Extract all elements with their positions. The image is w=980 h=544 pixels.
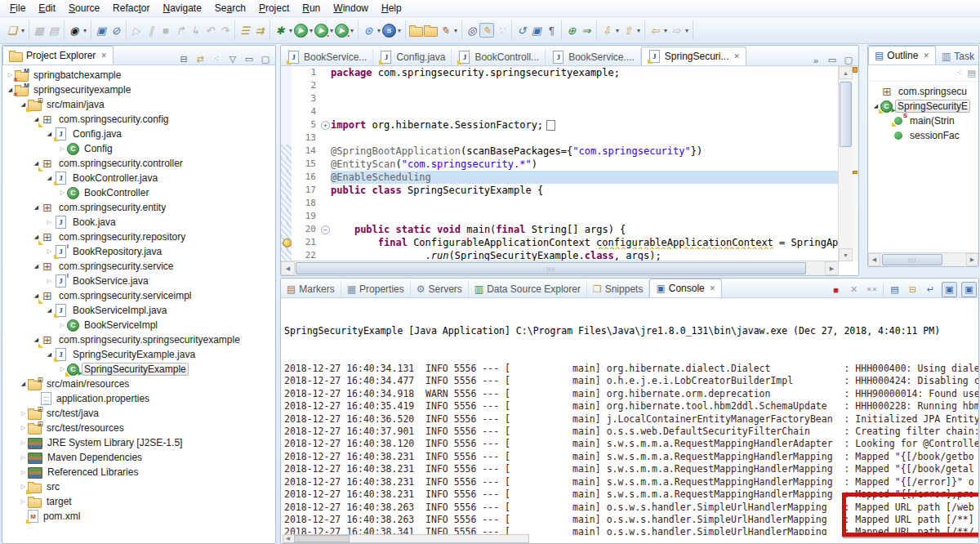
tab-snippets[interactable]: ❒Snippets <box>587 280 649 297</box>
menu-search[interactable]: Search <box>208 1 252 16</box>
expander-collapsed-icon[interactable]: ▷ <box>19 425 28 431</box>
tree-item[interactable]: ◢BookController.java <box>2 171 275 185</box>
web-service-button[interactable]: S <box>382 24 396 38</box>
expander-collapsed-icon[interactable]: ▷ <box>19 439 28 446</box>
last-edit-location-button[interactable]: ↺ <box>514 23 529 38</box>
forward-button[interactable]: ⇨ <box>669 23 684 38</box>
code-line[interactable]: 18 <box>281 197 839 210</box>
previous-annotation-button[interactable]: ⇧ <box>621 23 635 38</box>
tree-item[interactable]: ◢Config.java <box>2 127 275 141</box>
run-to-line-button[interactable]: ⇉ <box>252 23 267 38</box>
scroll-thumb[interactable]: |||| <box>296 262 806 274</box>
open-console-button[interactable]: ▣ <box>94 23 109 38</box>
open-resource-button[interactable] <box>423 23 438 38</box>
expander-expanded-icon[interactable]: ◢ <box>32 234 41 240</box>
expander-expanded-icon[interactable]: ◢ <box>32 160 41 167</box>
tree-item[interactable]: ▷BookServiceImpl <box>2 318 275 332</box>
tree-item[interactable]: ▷Config <box>2 141 275 156</box>
dropdown-arrow-icon[interactable]: ▾ <box>684 27 690 34</box>
dropdown-arrow-icon[interactable]: ▾ <box>287 27 294 34</box>
tab-project-explorer[interactable]: Project Explorer ✕ <box>2 46 114 65</box>
scroll-down-arrow[interactable]: ▼ <box>839 248 853 261</box>
new-wizard-button[interactable]: ⊛ <box>361 23 376 38</box>
scroll-left-arrow[interactable]: ◀ <box>868 253 880 266</box>
maximize-icon[interactable]: ▢ <box>843 55 854 65</box>
tree-item[interactable]: ▷target <box>2 494 275 509</box>
tree-item[interactable]: ◢src/main/resources <box>2 377 275 391</box>
display-selected-console-button[interactable]: ▣ <box>961 282 977 297</box>
debug-button[interactable]: ✱ <box>273 23 287 38</box>
scroll-thumb[interactable] <box>294 535 350 542</box>
code-line[interactable]: 22 .run(SpringSecurityExample.class, arg… <box>281 249 839 261</box>
expander-collapsed-icon[interactable]: ▷ <box>45 278 54 284</box>
tab-console[interactable]: ▣Console✕ <box>649 279 722 297</box>
dropdown-arrow-icon[interactable]: ▾ <box>349 27 355 34</box>
tree-item[interactable]: pom.xml <box>2 509 275 524</box>
tree-item[interactable]: ▷BookService.java <box>2 274 275 288</box>
code-line[interactable]: 15@EntityScan("com.springsecurity.*") <box>281 158 839 171</box>
skip-breakpoints-button[interactable]: ⊘ <box>109 23 123 38</box>
warning-marker[interactable] <box>853 171 858 174</box>
tree-item[interactable]: ◢com.springsecurity.springsecurityexampl… <box>2 332 275 347</box>
menu-window[interactable]: Window <box>327 1 375 16</box>
view-menu-extra-icon[interactable]: ⁖ <box>211 54 222 65</box>
code-line[interactable]: 4 <box>281 105 839 118</box>
tree-item[interactable]: ◢✕springsecurityexample <box>2 82 275 97</box>
show-source-button[interactable]: ▣ <box>529 23 544 38</box>
show-more-tabs-icon[interactable]: » <box>810 56 822 65</box>
code-line[interactable]: 16@EnableScheduling <box>281 171 839 184</box>
expander-expanded-icon[interactable]: ◢ <box>32 292 41 299</box>
tree-item[interactable]: com.springsecu <box>868 84 978 99</box>
marker-pen-button[interactable]: ✎ <box>438 23 452 38</box>
scroll-right-arrow[interactable]: ▶ <box>966 253 978 266</box>
back-button[interactable]: ⇦ <box>648 23 662 38</box>
tree-item[interactable]: ▷SpringSecurityExample <box>2 362 275 377</box>
terminate-button[interactable]: ■ <box>829 283 843 297</box>
tree-item[interactable]: ▷src/test/java <box>2 406 275 421</box>
resume-button[interactable]: ▷ <box>129 23 144 38</box>
dropdown-arrow-icon[interactable]: ▾ <box>396 27 403 34</box>
tree-item[interactable]: ▷Referenced Libraries <box>2 465 275 479</box>
collapse-all-icon[interactable]: ⊟ <box>178 54 189 65</box>
tree-item[interactable]: ◢SpringSecurityExample.java <box>2 347 275 362</box>
tree-item[interactable]: main(Strin <box>868 114 978 128</box>
minimize-icon[interactable]: ▭ <box>826 55 838 65</box>
tree-item[interactable]: sessionFac <box>868 128 978 143</box>
tree-item[interactable]: ◢BookServiceImpl.java <box>2 303 275 318</box>
tab-data-source-explorer[interactable]: ▥Data Source Explorer <box>469 280 587 297</box>
expander-expanded-icon[interactable]: ◢ <box>32 204 41 211</box>
console-horizontal-scrollbar[interactable]: ◀ <box>283 534 529 543</box>
step-return-button[interactable]: ↶ <box>203 23 217 38</box>
dropdown-arrow-icon[interactable]: ▾ <box>614 27 621 34</box>
code-editor[interactable]: 1package com.springsecurity.springsecuri… <box>281 66 839 261</box>
close-icon[interactable]: ✕ <box>734 52 741 60</box>
remove-launch-button[interactable]: ✕ <box>847 283 861 297</box>
menu-source[interactable]: Source <box>62 1 106 16</box>
word-wrap-button[interactable]: ↵ <box>924 283 938 297</box>
show-whitespace-button[interactable]: ¶ <box>544 23 559 38</box>
scroll-right-arrow[interactable]: ▶ <box>825 261 839 275</box>
terminate-button[interactable]: ■ <box>158 23 173 38</box>
dim-marks-button[interactable]: ∵ <box>494 23 509 38</box>
menu-run[interactable]: Run <box>296 1 327 16</box>
scroll-left-arrow[interactable]: ◀ <box>281 261 295 275</box>
view-menu-icon[interactable]: ▽ <box>227 54 238 65</box>
close-icon[interactable]: ✕ <box>100 51 107 60</box>
code-line[interactable]: 14@SpringBootApplication(scanBasePackage… <box>281 145 839 158</box>
quickfix-bulb-icon[interactable] <box>283 239 292 247</box>
dropdown-arrow-icon[interactable]: ▾ <box>328 27 335 34</box>
expander-collapsed-icon[interactable]: ▷ <box>58 322 67 328</box>
tree-item[interactable]: ◢com.springsecurity.repository <box>2 230 275 244</box>
menu-refactor[interactable]: Refactor <box>106 1 156 16</box>
dropdown-arrow-icon[interactable]: ▾ <box>662 27 669 34</box>
warning-marker[interactable] <box>853 67 858 73</box>
menu-help[interactable]: Help <box>375 1 408 16</box>
expander-expanded-icon[interactable]: ◢ <box>32 337 41 343</box>
code-line[interactable]: 1package com.springsecurity.springsecuri… <box>281 66 839 79</box>
save-all-button[interactable]: ▤ <box>47 23 61 38</box>
expander-collapsed-icon[interactable]: ▷ <box>19 498 28 505</box>
menu-navigate[interactable]: Navigate <box>156 1 207 16</box>
step-over-button[interactable]: ↳ <box>188 23 203 38</box>
expander-expanded-icon[interactable]: ◢ <box>32 116 41 123</box>
next-annotation-button[interactable]: ⇩ <box>599 23 614 38</box>
